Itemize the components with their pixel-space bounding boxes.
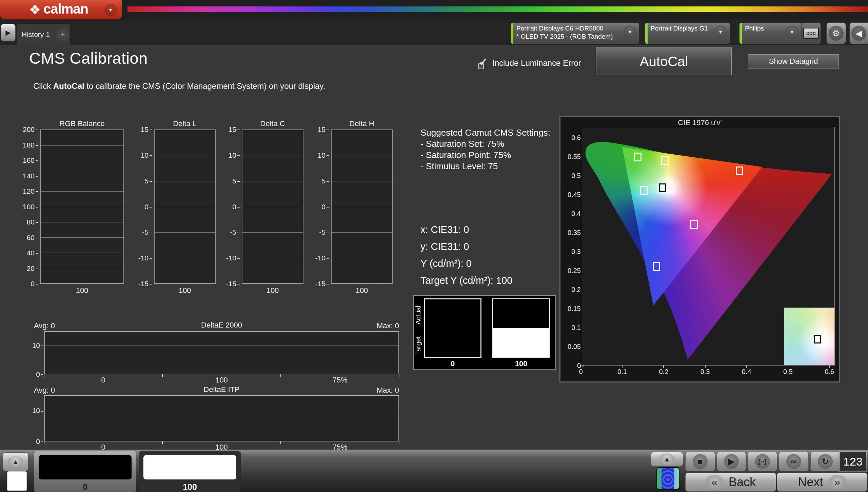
ddc-monitor-icon: DDC [803, 28, 819, 39]
generator-dropdown-caret[interactable]: ▼ [714, 25, 727, 38]
pattern-swatch-white [143, 455, 236, 479]
refresh-button[interactable]: ↻ [810, 452, 840, 471]
y-tick-label: -5 [230, 228, 240, 236]
x-tick-label: 0.2 [659, 368, 668, 376]
chart-x-label: 100 [331, 286, 393, 295]
swatch-0-label: 0 [424, 359, 481, 368]
double-chevron-right-icon: » [829, 475, 846, 490]
y-tick-label: -5 [142, 228, 152, 236]
play-button[interactable]: ▶ [717, 452, 746, 471]
chevron-left-icon: ◀ [851, 26, 866, 41]
stop-button[interactable]: ■ [685, 452, 715, 471]
y-tick-label: -10 [226, 254, 240, 262]
y-tick-label: 5 [321, 177, 329, 185]
transport-panel-expander-button[interactable]: ▲ [651, 452, 683, 467]
play-right-icon: ▶ [5, 28, 11, 37]
infinity-icon: ∞ [786, 454, 801, 469]
refresh-icon: ↻ [818, 454, 833, 469]
x-tick-label: 0 [101, 376, 105, 385]
measurement-readouts: x: CIE31: 0 y: CIE31: 0 Y (cd/m²): 0 Tar… [420, 221, 512, 289]
calman-logo[interactable]: ❖ calman ▼ [0, 0, 122, 19]
show-datagrid-button[interactable]: Show Datagrid [748, 54, 839, 68]
x-tick-label: 0.3 [701, 368, 710, 376]
chart-y-axis: 151050-5-10-15 [224, 130, 240, 284]
y-tick-label: 15 [229, 125, 240, 134]
y-tick-label: 0 [31, 280, 38, 288]
meter-line1: Portrait Displays C6 HDR5000 [516, 24, 621, 33]
chart-y-axis: 151050-5-10-15 [313, 130, 329, 284]
chart-y-axis: 151050-5-10-15 [136, 130, 152, 284]
suggested-item: - Stimulus Level: 75 [420, 161, 550, 172]
y-tick-label: 0 [144, 203, 152, 211]
display-dropdown[interactable]: Philips ▼ DDC [739, 22, 821, 44]
white-point-inset [784, 308, 835, 366]
y-tick-label: 120 [23, 187, 38, 195]
chart-title: RGB Balance [40, 119, 124, 128]
chart-plot-area [44, 395, 399, 441]
x-tick-label: 0.5 [783, 368, 793, 376]
pattern-preview-swatch[interactable] [7, 471, 27, 491]
meter-name: Portrait Displays C6 HDR5000 * OLED TV 2… [513, 23, 624, 44]
chevron-down-icon: ▼ [628, 29, 632, 35]
single-measure-button[interactable]: [··] [748, 452, 777, 471]
measurement-counter[interactable]: 123 [839, 451, 867, 472]
y-tick-label: 15 [318, 125, 329, 134]
tab-divider [54, 27, 54, 42]
double-chevron-left-icon: « [706, 475, 723, 490]
display-name: Philips [742, 23, 786, 44]
y-tick-label: 10 [32, 341, 43, 350]
display-dropdown-caret[interactable]: ▼ [786, 25, 798, 38]
checkmark-icon: ✓ [479, 56, 488, 68]
y-tick-label: 15 [141, 125, 152, 134]
actual-row-label: Actual [414, 300, 423, 330]
calman-window: ❖ calman ▼ ▶ History 1 + Portrait Displa… [0, 0, 868, 492]
chart-plot-area [44, 331, 399, 374]
y-tick-label: 5 [144, 177, 152, 185]
pattern-generator-dropdown[interactable]: Portrait Displays G1 ▼ [645, 22, 730, 44]
y-tick-label: 80 [27, 218, 38, 226]
y-tick-label: -10 [315, 254, 329, 262]
next-label: Next [798, 475, 823, 489]
include-luminance-error-checkbox[interactable]: ✓ [477, 58, 490, 70]
chevron-down-icon: ▼ [790, 29, 794, 35]
y-tick-label: 5 [232, 177, 240, 185]
chart-plot-area [331, 130, 393, 284]
pattern-window-thumbnail[interactable] [656, 467, 679, 490]
chart-y-axis: 100 [28, 331, 43, 374]
ddc-button[interactable]: DDC [802, 23, 821, 44]
x-tick-label: 100 [215, 376, 228, 385]
target-row-label: Target [414, 330, 423, 361]
chart-plot-area [581, 127, 835, 366]
chart-plot-area [242, 130, 303, 284]
workflow-panel-expander-button[interactable]: ▶ [1, 24, 16, 41]
collapse-right-panel-button[interactable]: ◀ [849, 22, 868, 44]
add-tab-button[interactable]: + [56, 28, 69, 41]
chart-title: Delta H [331, 119, 393, 128]
tab-label: History 1 [17, 31, 50, 39]
chart-title: Delta C [242, 119, 303, 128]
meter-dropdown-caret[interactable]: ▼ [624, 25, 636, 38]
settings-button[interactable]: ⚙ [826, 22, 846, 44]
x-tick-label: 0.1 [617, 368, 627, 376]
instruction-bold: AutoCal [53, 81, 84, 91]
readout-x: x: CIE31: 0 [420, 221, 512, 238]
pattern-tile-100[interactable]: 100 [139, 451, 241, 492]
interval-icon: [··] [755, 454, 770, 469]
chart-plot-area [154, 130, 216, 284]
tab-history-1[interactable]: History 1 + [17, 24, 70, 45]
continuous-measure-button[interactable]: ∞ [779, 452, 809, 471]
meter-dropdown[interactable]: Portrait Displays C6 HDR5000 * OLED TV 2… [511, 22, 639, 44]
top-bar: ❖ calman ▼ [0, 0, 868, 19]
target-marker-white-point [659, 183, 666, 192]
pattern-tile-0[interactable]: 0 [34, 451, 136, 492]
swatch-100 [492, 298, 550, 358]
main-menu-button[interactable]: ▼ [104, 4, 117, 16]
back-button[interactable]: « Back [685, 473, 776, 492]
next-button[interactable]: Next » [777, 473, 867, 492]
suggested-heading: Suggested Gamut CMS Settings: [420, 127, 550, 138]
chart-x-label: 100 [40, 286, 124, 295]
pattern-panel-expander-button[interactable]: ▲ [3, 452, 28, 471]
autocal-button[interactable]: AutoCal [596, 47, 732, 75]
readout-y: y: CIE31: 0 [420, 238, 512, 255]
meter-line2: * OLED TV 2025 - (RGB Tandem) [516, 33, 621, 41]
